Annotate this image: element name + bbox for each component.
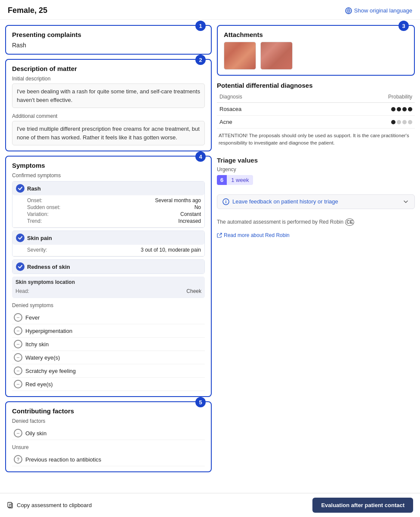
unsure-antibiotics: ? Previous reaction to antibiotics — [12, 453, 205, 466]
dot — [397, 120, 401, 124]
show-original-button[interactable]: Show original language — [345, 7, 412, 14]
denied-hyperpigmentation-label: Hyperpigmentation — [25, 328, 72, 334]
left-column: 1 Presenting complaints Rash 2 Descripti… — [5, 25, 212, 488]
differential-title: Potential differential diagnoses — [217, 82, 415, 89]
section-badge-1: 1 — [195, 21, 206, 31]
minus-icon: − — [14, 380, 22, 388]
probability-rosacea — [313, 103, 415, 116]
automated-text: The automated assessment is performed by… — [217, 219, 343, 225]
clipboard-icon — [7, 502, 14, 509]
presenting-complaints-card: 1 Presenting complaints Rash — [5, 25, 212, 55]
denied-symptoms-label: Denied symptoms — [12, 302, 205, 308]
read-more-link[interactable]: Read more about Red Robin — [217, 232, 415, 238]
denied-itchy-skin: − Itchy skin — [12, 338, 205, 351]
dot — [391, 120, 395, 124]
additional-comment-text: I've tried multiple different prescripti… — [12, 121, 205, 145]
denied-oily-skin: − Oily skin — [12, 427, 205, 440]
table-row: Rosacea — [217, 103, 415, 116]
section-badge-2: 2 — [195, 55, 206, 65]
dot — [408, 120, 412, 124]
confirmed-symptom-rash: Rash Onset:Several months ago Sudden ons… — [12, 181, 205, 228]
additional-comment-label: Additional comment — [12, 113, 205, 119]
triage-title: Triage values — [217, 157, 415, 164]
skin-location-title: Skin symptoms location — [15, 279, 201, 285]
urgency-time: 1 week — [227, 175, 253, 185]
eval-label: Evaluation after patient contact — [321, 502, 405, 508]
initial-description-label: Initial description — [12, 76, 205, 82]
presenting-complaints-title: Presenting complaints — [12, 31, 205, 38]
dot — [402, 107, 407, 111]
minus-icon: − — [14, 340, 22, 348]
triage-section: Triage values Urgency 6 1 week — [217, 157, 415, 185]
evaluation-button[interactable]: Evaluation after patient contact — [312, 498, 413, 513]
minus-icon: − — [14, 313, 22, 322]
dot — [408, 107, 412, 111]
copy-assessment-label: Copy assessment to clipboard — [17, 502, 92, 508]
unsure-antibiotics-label: Previous reaction to antibiotics — [25, 456, 101, 463]
attention-text: ATTENTION! The proposals should only be … — [217, 132, 415, 147]
svg-point-2 — [225, 200, 226, 201]
denied-oily-skin-label: Oily skin — [25, 430, 46, 437]
attachments-card: 3 Attachments — [217, 25, 415, 76]
denied-watery-eyes: − Watery eye(s) — [12, 351, 205, 364]
denied-hyperpigmentation: − Hyperpigmentation — [12, 324, 205, 338]
denied-watery-eyes-label: Watery eye(s) — [25, 354, 60, 361]
diagnosis-acne: Acne — [217, 116, 313, 129]
section-badge-5: 5 — [195, 397, 206, 407]
skin-location-value: Cheek — [186, 288, 201, 294]
skin-location-section: Skin symptoms location Head: Cheek — [12, 277, 205, 298]
diagnoses-table: Diagnosis Probability Rosacea — [217, 92, 415, 129]
copy-assessment-button[interactable]: Copy assessment to clipboard — [7, 502, 92, 509]
col-probability: Probability — [313, 92, 415, 103]
rash-check-icon — [16, 184, 25, 193]
denied-factors-label: Denied factors — [12, 418, 205, 424]
denied-fever: − Fever — [12, 311, 205, 324]
dot — [402, 120, 407, 124]
presenting-complaints-value: Rash — [12, 42, 205, 49]
denied-fever-label: Fever — [25, 314, 40, 321]
col-diagnosis: Diagnosis — [217, 92, 313, 103]
read-more-label: Read more about Red Robin — [224, 232, 290, 238]
probability-acne — [313, 116, 415, 129]
unsure-label: Unsure — [12, 444, 205, 450]
main-content: 1 Presenting complaints Rash 2 Descripti… — [0, 20, 420, 488]
feedback-row[interactable]: Leave feedback on patient history or tri… — [217, 194, 415, 209]
header: Female, 25 Show original language — [0, 0, 420, 20]
external-link-icon — [217, 233, 222, 238]
rash-name: Rash — [27, 185, 41, 192]
section-badge-4: 4 — [195, 151, 206, 162]
question-icon: ? — [14, 455, 22, 464]
denied-scratchy-eye-label: Scratchy eye feeling — [25, 368, 76, 374]
contributing-title: Contributing factors — [12, 407, 205, 415]
attachment-image-1[interactable] — [224, 42, 256, 70]
confirmed-symptoms-label: Confirmed symptoms — [12, 172, 205, 178]
description-title: Description of matter — [12, 65, 205, 72]
urgency-label: Urgency — [217, 166, 415, 172]
urgency-number: 6 — [217, 175, 227, 185]
minus-icon: − — [14, 326, 22, 335]
skinpain-check-icon — [16, 234, 25, 242]
language-icon — [345, 7, 352, 14]
denied-red-eye-label: Red eye(s) — [25, 381, 53, 388]
page-title: Female, 25 — [8, 6, 47, 15]
attachment-image-2[interactable] — [260, 42, 293, 70]
right-column: 3 Attachments Potential differential dia… — [217, 25, 415, 488]
table-row: Acne — [217, 116, 415, 129]
attachments-row — [224, 42, 408, 70]
confirmed-symptom-skinpain: Skin pain Severity:3 out of 10, moderate… — [12, 231, 205, 257]
skinpain-details: Severity:3 out of 10, moderate pain — [12, 245, 204, 256]
automated-assessment: The automated assessment is performed by… — [217, 218, 415, 226]
feedback-left: Leave feedback on patient history or tri… — [222, 198, 338, 205]
symptoms-card: 4 Symptoms Confirmed symptoms Rash Onset… — [5, 156, 212, 397]
chevron-down-icon — [402, 198, 409, 205]
denied-scratchy-eye: − Scratchy eye feeling — [12, 364, 205, 378]
denied-red-eye: − Red eye(s) — [12, 378, 205, 391]
section-badge-3: 3 — [398, 21, 409, 31]
redness-check-icon — [16, 262, 25, 271]
redness-name: Redness of skin — [27, 264, 70, 270]
skin-location-row: Head: Cheek — [15, 287, 201, 295]
differential-diagnoses-section: Potential differential diagnoses Diagnos… — [217, 82, 415, 147]
minus-icon: − — [14, 429, 22, 437]
denied-itchy-skin-label: Itchy skin — [25, 341, 49, 348]
show-original-label: Show original language — [354, 7, 412, 14]
